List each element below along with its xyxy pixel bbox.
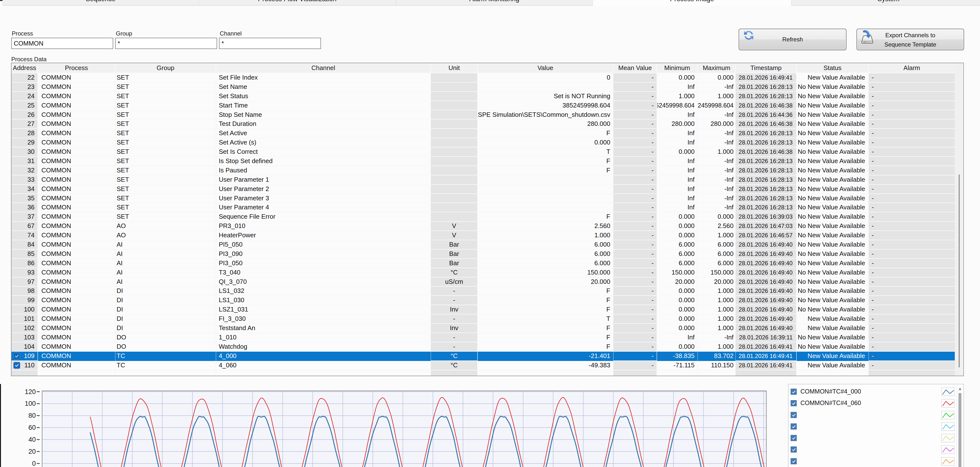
- svg-text:60: 60: [29, 424, 36, 431]
- svg-text:20: 20: [29, 448, 36, 455]
- svg-text:100: 100: [25, 400, 36, 407]
- svg-text:80: 80: [29, 412, 36, 419]
- svg-text:120: 120: [25, 388, 36, 396]
- svg-text:40: 40: [29, 436, 36, 443]
- svg-text:0: 0: [32, 460, 36, 467]
